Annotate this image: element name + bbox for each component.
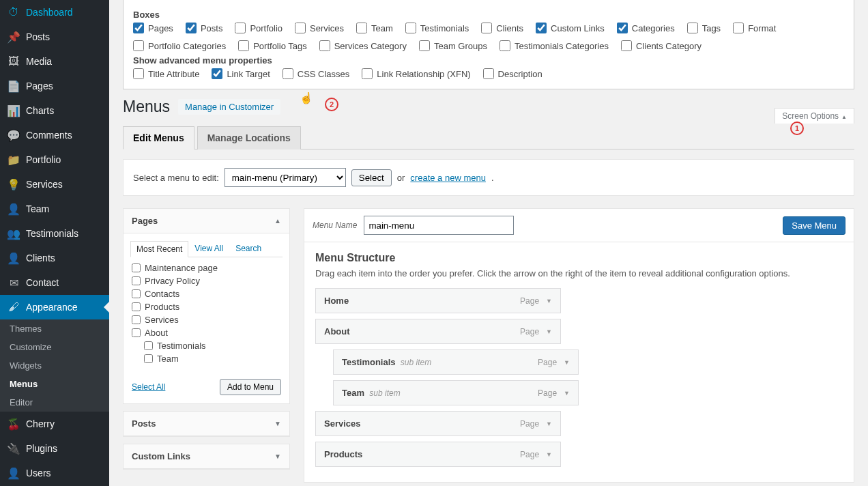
box-option[interactable]: Portfolio Categories [133, 40, 226, 51]
page-checkbox[interactable] [132, 289, 141, 298]
sidebar-item-plugins[interactable]: 🔌Plugins [0, 436, 109, 461]
box-checkbox[interactable] [687, 23, 698, 33]
box-option[interactable]: Portfolio Tags [238, 40, 307, 51]
menu-item[interactable]: HomePage▼ [315, 288, 561, 313]
box-checkbox[interactable] [405, 23, 416, 33]
box-checkbox[interactable] [621, 40, 632, 51]
sidebar-item-comments[interactable]: 💬Comments [0, 123, 109, 147]
metabox-pages-head[interactable]: Pages▲ [124, 209, 289, 233]
select-all-link[interactable]: Select All [132, 382, 165, 392]
sidebar-item-pages[interactable]: 📄Pages [0, 74, 109, 98]
page-list-item[interactable]: Testimonials [132, 339, 285, 352]
advanced-checkbox[interactable] [283, 68, 293, 79]
tab-search[interactable]: Search [229, 240, 267, 257]
metabox-posts-head[interactable]: Posts▼ [124, 412, 289, 436]
box-option[interactable]: Portfolio [235, 23, 283, 33]
menu-item[interactable]: AboutPage▼ [315, 319, 561, 344]
page-checkbox[interactable] [132, 263, 141, 272]
sidebar-item-contact[interactable]: ✉Contact [0, 270, 109, 295]
box-option[interactable]: Team [356, 23, 393, 33]
menu-item[interactable]: Testimonials sub itemPage▼ [333, 349, 579, 375]
submenu-themes[interactable]: Themes [0, 319, 109, 338]
sidebar-item-portfolio[interactable]: 📁Portfolio [0, 147, 109, 172]
create-new-menu-link[interactable]: create a new menu [410, 173, 486, 183]
sidebar-item-charts[interactable]: 📊Charts [0, 98, 109, 123]
menu-dropdown[interactable]: main-menu (Primary) [225, 168, 346, 187]
box-checkbox[interactable] [238, 40, 249, 51]
box-option[interactable]: Custom Links [536, 23, 605, 33]
box-checkbox[interactable] [186, 23, 197, 33]
sidebar-item-team[interactable]: 👤Team [0, 197, 109, 221]
advanced-checkbox[interactable] [483, 68, 494, 79]
sidebar-item-clients[interactable]: 👤Clients [0, 246, 109, 270]
box-option[interactable]: Testimonials [405, 23, 469, 33]
page-checkbox[interactable] [132, 302, 141, 311]
tab-most-recent[interactable]: Most Recent [130, 241, 188, 257]
page-list-item[interactable]: Contacts [132, 287, 285, 300]
triangle-down-icon[interactable]: ▼ [546, 328, 552, 335]
box-option[interactable]: Services Category [319, 40, 407, 51]
advanced-option[interactable]: Link Target [212, 68, 270, 79]
box-option[interactable]: Testimonials Categories [500, 40, 609, 51]
triangle-down-icon[interactable]: ▼ [564, 359, 570, 366]
page-checkbox[interactable] [144, 341, 153, 350]
box-checkbox[interactable] [419, 40, 430, 51]
box-option[interactable]: Pages [133, 23, 173, 33]
box-checkbox[interactable] [481, 23, 492, 33]
submenu-widgets[interactable]: Widgets [0, 356, 109, 375]
box-checkbox[interactable] [500, 40, 510, 51]
tab-edit-menus[interactable]: Edit Menus [123, 126, 194, 149]
page-checkbox[interactable] [132, 315, 141, 324]
sidebar-item-testimonials[interactable]: 👥Testimonials [0, 221, 109, 246]
triangle-down-icon[interactable]: ▼ [546, 420, 552, 427]
save-menu-button[interactable]: Save Menu [783, 216, 845, 235]
box-option[interactable]: Format [733, 23, 776, 33]
submenu-customize[interactable]: Customize [0, 338, 109, 356]
advanced-checkbox[interactable] [212, 68, 222, 79]
menu-item[interactable]: ServicesPage▼ [315, 411, 561, 436]
box-checkbox[interactable] [133, 40, 144, 51]
triangle-down-icon[interactable]: ▼ [546, 451, 552, 458]
advanced-checkbox[interactable] [362, 68, 373, 79]
submenu-menus[interactable]: Menus [0, 375, 109, 393]
box-checkbox[interactable] [536, 23, 547, 33]
advanced-option[interactable]: Title Attribute [133, 68, 199, 79]
add-to-menu-button[interactable]: Add to Menu [220, 379, 281, 395]
box-option[interactable]: Tags [687, 23, 721, 33]
box-checkbox[interactable] [319, 40, 330, 51]
sidebar-item-services[interactable]: 💡Services [0, 172, 109, 197]
menu-item[interactable]: ProductsPage▼ [315, 442, 561, 467]
select-button[interactable]: Select [351, 169, 392, 186]
metabox-custom-links-head[interactable]: Custom Links▼ [124, 444, 289, 469]
box-checkbox[interactable] [356, 23, 367, 33]
sidebar-item-cherry[interactable]: 🍒Cherry [0, 412, 109, 436]
box-option[interactable]: Clients Category [621, 40, 701, 51]
advanced-option[interactable]: CSS Classes [283, 68, 350, 79]
page-list-item[interactable]: Services [132, 313, 285, 326]
screen-options-tab[interactable]: Screen Options▲ [775, 108, 854, 124]
box-checkbox[interactable] [733, 23, 744, 33]
submenu-editor[interactable]: Editor [0, 393, 109, 412]
sidebar-item-media[interactable]: 🖼Media [0, 49, 109, 74]
tab-manage-locations[interactable]: Manage Locations [197, 126, 301, 149]
box-option[interactable]: Team Groups [419, 40, 487, 51]
page-list-item[interactable]: Products [132, 300, 285, 313]
box-option[interactable]: Clients [481, 23, 523, 33]
manage-in-customizer-button[interactable]: Manage in Customizer [178, 99, 280, 115]
triangle-down-icon[interactable]: ▼ [564, 390, 570, 397]
pages-list[interactable]: Maintenance pagePrivacy PolicyContactsPr… [132, 261, 285, 373]
menu-name-input[interactable] [364, 216, 514, 235]
page-list-item[interactable]: Privacy Policy [132, 274, 285, 287]
box-option[interactable]: Services [295, 23, 344, 33]
advanced-option[interactable]: Description [483, 68, 542, 79]
box-checkbox[interactable] [295, 23, 306, 33]
box-checkbox[interactable] [617, 23, 628, 33]
page-checkbox[interactable] [144, 354, 153, 363]
advanced-option[interactable]: Link Relationship (XFN) [362, 68, 470, 79]
page-checkbox[interactable] [132, 276, 141, 285]
sidebar-item-dashboard[interactable]: ⏱Dashboard [0, 0, 109, 25]
sidebar-item-users[interactable]: 👤Users [0, 461, 109, 485]
box-checkbox[interactable] [133, 23, 144, 33]
sidebar-item-posts[interactable]: 📌Posts [0, 25, 109, 49]
triangle-down-icon[interactable]: ▼ [546, 298, 552, 304]
